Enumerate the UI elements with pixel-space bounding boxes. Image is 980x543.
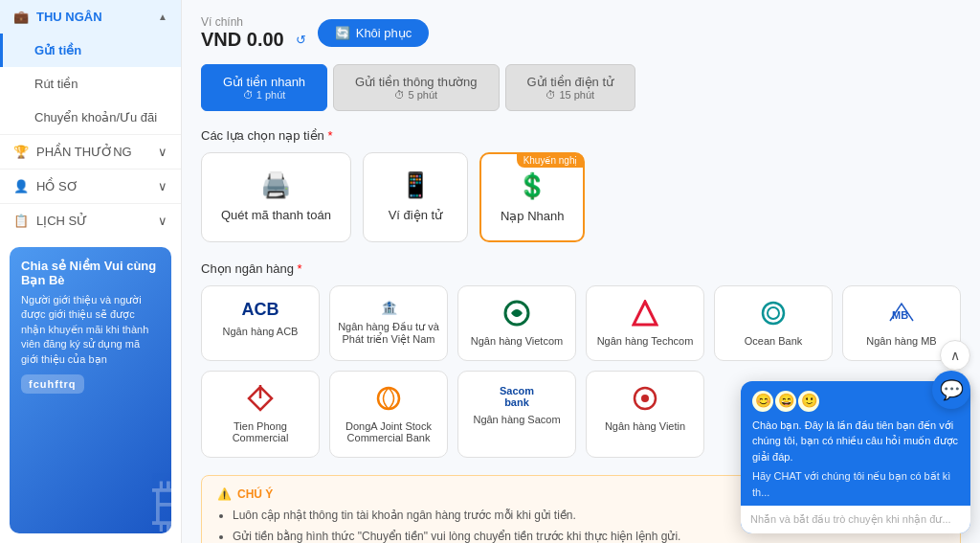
referral-code[interactable]: fcuhftrq [21, 374, 84, 394]
ewallet-icon: 📱 [400, 170, 431, 200]
ho-so-section: 👤 HỒ SƠ ∨ [0, 169, 181, 203]
lich-su-icon: 📋 [13, 214, 29, 228]
sidebar-item-chuyen-khoan[interactable]: Chuyển khoản/Ưu đãi [0, 101, 181, 134]
sidebar-item-gui-tien[interactable]: Gửi tiền [0, 34, 181, 67]
bank-acb[interactable]: ACB Ngân hàng ACB [201, 285, 320, 361]
donga-logo [375, 385, 402, 415]
chat-sub-message: Hãy CHAT với chúng tôi nếu bạn có bất kì… [752, 468, 959, 500]
chat-avatars: 😊 😄 🙂 [752, 391, 959, 412]
donga-label: DongA Joint Stock Commercial Bank [338, 420, 439, 443]
sacom-logo: Sacombank [500, 385, 534, 408]
bank-section-label: Chọn ngân hàng * [201, 261, 961, 276]
bank-ocean[interactable]: Ocean Bank [714, 285, 833, 361]
wallet-section: Ví chính VND 0.00 ↺ [201, 15, 306, 51]
qr-icon: 🖨️ [260, 170, 291, 200]
wallet-label: Ví chính [201, 15, 306, 29]
tab-dien-tu[interactable]: Gửi tiền điện tử ⏱ 15 phút [505, 64, 636, 111]
bitcoin-icon: ₿ [152, 472, 171, 533]
ho-so-header[interactable]: 👤 HỒ SƠ ∨ [0, 170, 181, 203]
mb-label: Ngân hàng MB [866, 335, 936, 347]
bank-donga[interactable]: DongA Joint Stock Commercial Bank [329, 371, 448, 458]
phan-thuong-header[interactable]: 🏆 PHẦN THƯỞNG ∨ [0, 135, 181, 169]
chat-avatar-1: 😊 [752, 391, 773, 412]
tab-thuong[interactable]: Gửi tiền thông thường ⏱ 5 phút [333, 64, 499, 111]
recommended-badge: Khuyến nghị [517, 153, 585, 168]
tab-thuong-label: Gửi tiền thông thường [355, 75, 477, 89]
svg-point-6 [378, 388, 399, 409]
chat-avatar-2: 😄 [775, 391, 796, 412]
ocean-logo [760, 300, 787, 329]
tab-nhanh-sub: ⏱ 1 phút [223, 89, 305, 101]
chat-bubble-button[interactable]: 💬 [932, 371, 970, 409]
payment-ewallet[interactable]: 📱 Ví điện tử [363, 152, 468, 242]
thu-ngan-chevron-icon: ▲ [158, 11, 167, 22]
bank-sacom[interactable]: Sacombank Ngân hàng Sacom [457, 371, 576, 458]
payment-qr[interactable]: 🖨️ Quét mã thanh toán [201, 152, 351, 242]
sidebar: 💼 THU NGÂN ▲ Gửi tiền Rút tiền Chuyển kh… [0, 0, 182, 543]
qr-label: Quét mã thanh toán [221, 208, 331, 222]
wallet-balance: VND 0.00 [201, 29, 284, 51]
payment-nap-nhanh[interactable]: Khuyến nghị 💲 Nạp Nhanh [479, 152, 586, 242]
vietin-label: Ngân hàng Vietin [605, 420, 685, 432]
svg-marker-1 [634, 302, 657, 325]
tienphong-label: Tien Phong Commercial [210, 420, 311, 443]
refresh-icon[interactable]: ↺ [296, 33, 306, 47]
svg-point-8 [641, 395, 649, 402]
tienphong-logo [247, 385, 274, 415]
bank-tienphong[interactable]: Tien Phong Commercial [201, 371, 320, 458]
chat-avatar-3: 🙂 [798, 391, 819, 412]
sacom-label: Ngân hàng Sacom [473, 414, 560, 425]
thu-ngan-icon: 💼 [13, 10, 29, 24]
bank-techcom[interactable]: Ngân hàng Techcom [586, 285, 704, 361]
payment-section-label: Các lựa chọn nạp tiền * [201, 128, 961, 143]
vietcom-logo [503, 300, 530, 329]
lich-su-section: 📋 LỊCH SỬ ∨ [0, 203, 181, 238]
chat-message: Chào bạn. Đây là lần đầu tiên bạn đến vớ… [752, 418, 959, 465]
tab-nhanh-label: Gửi tiền nhanh [223, 75, 305, 89]
ocean-label: Ocean Bank [745, 335, 803, 347]
ewallet-label: Ví điện tử [389, 208, 442, 222]
tab-dien-tu-sub: ⏱ 15 phút [527, 89, 614, 101]
sidebar-thu-ngan-header[interactable]: 💼 THU NGÂN ▲ [0, 0, 181, 34]
ho-so-icon: 👤 [13, 179, 29, 193]
phan-thuong-section: 🏆 PHẦN THƯỞNG ∨ [0, 134, 181, 169]
tab-dien-tu-label: Gửi tiền điện tử [527, 75, 614, 89]
chat-widget[interactable]: 😊 😄 🙂 Chào bạn. Đây là lần đầu tiên bạn … [741, 381, 970, 534]
ho-so-label: HỒ SƠ [36, 179, 78, 193]
transfer-tabs: Gửi tiền nhanh ⏱ 1 phút Gửi tiền thông t… [201, 64, 961, 111]
payment-options-grid: 🖨️ Quét mã thanh toán 📱 Ví điện tử Khuyế… [201, 152, 961, 242]
techcom-logo [632, 300, 658, 329]
referral-title: Chia sẻ Niềm Vui cùng Bạn Bè [21, 259, 160, 287]
bidv-label: Ngân hàng Đầu tư và Phát triển Việt Nam [338, 321, 439, 346]
ho-so-chevron-icon: ∨ [158, 179, 167, 193]
chat-placeholder: Nhắn và bắt đầu trò chuyện khi nhận đư..… [750, 513, 951, 525]
bank-required-star: * [298, 261, 302, 276]
tab-nhanh[interactable]: Gửi tiền nhanh ⏱ 1 phút [201, 64, 327, 111]
svg-point-3 [768, 307, 779, 319]
tab-thuong-sub: ⏱ 5 phút [355, 89, 477, 101]
sidebar-item-rut-tien[interactable]: Rút tiền [0, 67, 181, 101]
restore-label: Khôi phục [356, 26, 412, 40]
restore-button[interactable]: 🔄 Khôi phục [318, 19, 430, 47]
acb-label: Ngân hàng ACB [223, 326, 299, 337]
mb-logo: MB [888, 300, 915, 329]
bank-vietin[interactable]: Ngân hàng Vietin [586, 371, 704, 458]
nap-nhanh-label: Nạp Nhanh [501, 209, 565, 223]
wallet-info: Ví chính VND 0.00 ↺ 🔄 Khôi phục [201, 15, 961, 51]
referral-box: Chia sẻ Niềm Vui cùng Bạn Bè Người giới … [10, 247, 171, 533]
techcom-label: Ngân hàng Techcom [597, 335, 694, 347]
restore-icon: 🔄 [335, 26, 350, 40]
chat-input[interactable]: Nhắn và bắt đầu trò chuyện khi nhận đư..… [741, 506, 970, 533]
bank-bidv[interactable]: 🏦 Ngân hàng Đầu tư và Phát triển Việt Na… [329, 285, 448, 361]
nap-nhanh-icon: 💲 [517, 171, 547, 201]
svg-point-2 [763, 303, 784, 324]
lich-su-header[interactable]: 📋 LỊCH SỬ ∨ [0, 204, 181, 238]
phan-thuong-icon: 🏆 [13, 145, 29, 159]
acb-logo: ACB [242, 300, 279, 320]
bidv-logo: 🏦 [381, 300, 397, 315]
phan-thuong-chevron-icon: ∨ [158, 145, 167, 159]
scroll-up-button[interactable]: ∧ [940, 340, 970, 371]
bank-vietcom[interactable]: Ngân hàng Vietcom [457, 285, 576, 361]
svg-marker-5 [249, 387, 272, 410]
vietcom-label: Ngân hàng Vietcom [471, 335, 563, 347]
